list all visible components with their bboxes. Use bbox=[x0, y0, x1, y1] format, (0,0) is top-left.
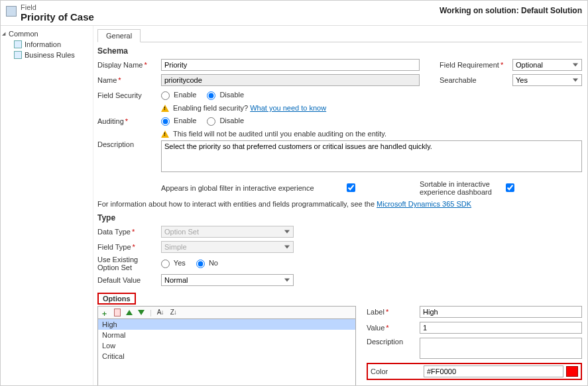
list-item[interactable]: Normal bbox=[98, 330, 355, 340]
radio-auditing: Enable Disable bbox=[161, 117, 420, 126]
sidebar-item-business-rules[interactable]: Business Rules bbox=[2, 50, 91, 60]
rules-icon bbox=[14, 51, 22, 59]
solution-name: Default Solution bbox=[521, 6, 582, 15]
color-row: Color bbox=[367, 363, 582, 380]
input-display-name[interactable] bbox=[161, 59, 420, 71]
radio-security-enable[interactable]: Enable bbox=[161, 91, 196, 100]
label-data-type: Data Type* bbox=[97, 228, 161, 236]
color-swatch[interactable] bbox=[566, 366, 578, 377]
tab-strip: General bbox=[97, 28, 582, 42]
warning-auditing: This field will not be audited until you… bbox=[161, 130, 582, 138]
input-option-color[interactable] bbox=[424, 365, 563, 377]
warning-text: Enabling field security? bbox=[173, 104, 248, 112]
input-option-label[interactable] bbox=[420, 306, 582, 318]
select-field-requirement[interactable]: Optional bbox=[512, 59, 582, 71]
label-auditing: Auditing* bbox=[97, 117, 161, 125]
sidebar: Common Information Business Rules bbox=[1, 26, 93, 385]
add-option-icon[interactable]: ＋ bbox=[101, 309, 109, 316]
move-up-icon[interactable] bbox=[126, 310, 133, 315]
link-security-info[interactable]: What you need to know bbox=[250, 104, 326, 112]
header-supertitle: Field bbox=[21, 3, 440, 11]
sort-asc-icon[interactable]: A↓ bbox=[157, 309, 165, 316]
sort-desc-icon[interactable]: Z↓ bbox=[170, 309, 178, 316]
label-field-requirement: Field Requirement* bbox=[440, 61, 512, 69]
header-titles: Field Priority of Case bbox=[21, 3, 440, 23]
sidebar-item-information[interactable]: Information bbox=[2, 39, 91, 50]
select-field-type: Simple bbox=[161, 241, 294, 253]
solution-prefix: Working on solution: bbox=[440, 6, 519, 15]
label-name: Name* bbox=[97, 76, 161, 84]
options-toolbar: ＋ | A↓ Z↓ bbox=[97, 306, 356, 318]
delete-option-icon[interactable] bbox=[114, 309, 121, 316]
label-use-existing: Use Existing Option Set bbox=[97, 256, 161, 271]
page-title: Priority of Case bbox=[21, 11, 440, 23]
info-icon bbox=[14, 40, 22, 48]
list-item[interactable]: Critical bbox=[98, 351, 355, 362]
page-header: Field Priority of Case Working on soluti… bbox=[1, 1, 587, 26]
option-detail-panel: Label* Value* Description Color bbox=[367, 306, 582, 385]
label-default-value: Default Value bbox=[97, 276, 161, 284]
radio-auditing-disable[interactable]: Disable bbox=[207, 117, 244, 126]
label-sortable: Sortable in interactive experience dashb… bbox=[420, 180, 506, 196]
label-searchable: Searchable bbox=[440, 76, 512, 84]
app-root: Field Priority of Case Working on soluti… bbox=[0, 0, 588, 386]
input-option-value[interactable] bbox=[420, 322, 582, 334]
label-global-filter: Appears in global filter in interactive … bbox=[161, 184, 347, 192]
warning-icon bbox=[161, 105, 169, 112]
select-data-type: Option Set bbox=[161, 226, 294, 238]
textarea-description[interactable] bbox=[161, 140, 582, 172]
textarea-option-description[interactable] bbox=[420, 338, 582, 359]
entity-icon bbox=[6, 6, 17, 17]
sidebar-heading[interactable]: Common bbox=[2, 28, 91, 39]
radio-existing-no[interactable]: No bbox=[196, 259, 218, 268]
sdk-info: For information about how to interact wi… bbox=[97, 200, 582, 208]
radio-existing-yes[interactable]: Yes bbox=[161, 259, 186, 268]
label-display-name: Display Name* bbox=[97, 61, 161, 69]
radio-field-security: Enable Disable bbox=[161, 91, 420, 100]
main-panel: General Schema Display Name* Field Requi… bbox=[93, 26, 587, 385]
radio-use-existing: Yes No bbox=[161, 259, 420, 268]
section-options: Options bbox=[97, 293, 136, 305]
label-option-value: Value* bbox=[367, 324, 420, 332]
move-down-icon[interactable] bbox=[138, 310, 145, 315]
checkbox-global-filter[interactable] bbox=[347, 183, 355, 192]
select-default-value[interactable]: Normal bbox=[161, 274, 294, 286]
sidebar-item-label: Business Rules bbox=[25, 51, 75, 59]
section-schema: Schema bbox=[97, 46, 582, 56]
options-listbox[interactable]: HighNormalLowCritical bbox=[97, 318, 356, 385]
label-option-label: Label* bbox=[367, 308, 420, 316]
warning-field-security: Enabling field security? What you need t… bbox=[161, 104, 582, 112]
solution-indicator: Working on solution: Default Solution bbox=[440, 3, 582, 15]
checkbox-sortable[interactable] bbox=[506, 183, 514, 192]
options-list-panel: ＋ | A↓ Z↓ HighNormalLowCritical bbox=[97, 306, 356, 385]
body: Common Information Business Rules Genera… bbox=[1, 26, 587, 385]
tab-general[interactable]: General bbox=[97, 29, 141, 42]
label-option-description: Description bbox=[367, 338, 420, 346]
section-type: Type bbox=[97, 213, 582, 222]
link-sdk[interactable]: Microsoft Dynamics 365 SDK bbox=[377, 200, 471, 208]
list-item[interactable]: Low bbox=[98, 340, 355, 351]
sidebar-item-label: Information bbox=[25, 40, 61, 48]
list-item[interactable]: High bbox=[98, 319, 355, 330]
label-field-type: Field Type* bbox=[97, 243, 161, 251]
label-description: Description bbox=[97, 140, 161, 148]
label-option-color: Color bbox=[371, 367, 424, 375]
select-searchable[interactable]: Yes bbox=[512, 74, 582, 86]
input-name bbox=[161, 74, 420, 86]
radio-security-disable[interactable]: Disable bbox=[207, 91, 244, 100]
radio-auditing-enable[interactable]: Enable bbox=[161, 117, 196, 126]
warning-text: This field will not be audited until you… bbox=[173, 130, 386, 138]
warning-icon bbox=[161, 130, 169, 138]
label-field-security: Field Security bbox=[97, 91, 161, 99]
